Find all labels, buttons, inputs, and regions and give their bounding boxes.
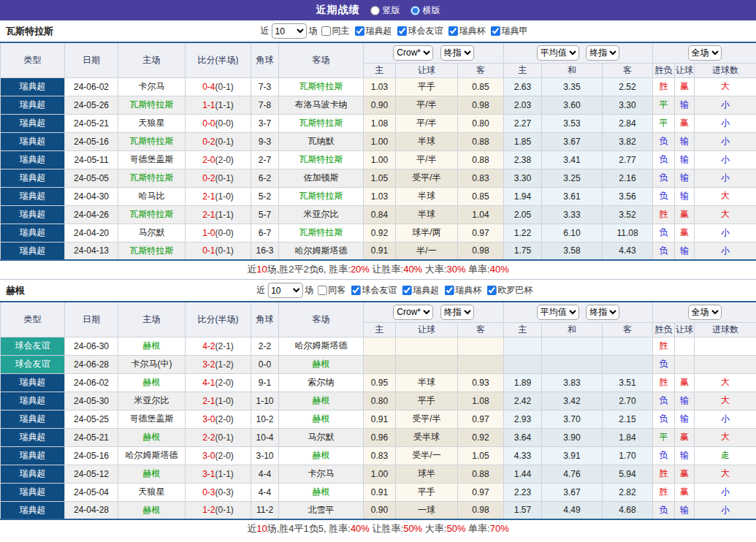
scope-select[interactable]: 全场 <box>688 45 722 61</box>
home-team-cell[interactable]: 瓦斯特拉斯 <box>118 169 186 187</box>
handicap-result-cell: 赢 <box>675 77 695 96</box>
away-team-cell[interactable]: 赫根 <box>279 355 364 373</box>
layout-option-vertical[interactable]: 竖版 <box>370 4 400 17</box>
score-cell: 0-3(0-3) <box>186 483 251 501</box>
avg-draw-cell: 3.67 <box>542 132 603 150</box>
col-header-avg-away: 客 <box>603 63 653 77</box>
match-count-select[interactable]: 10 <box>271 23 306 39</box>
league-filter-item[interactable]: 瑞典超 <box>399 284 439 297</box>
away-team-cell[interactable]: 赫根 <box>279 410 364 428</box>
handicap-result-cell: 输 <box>675 392 695 410</box>
col-header-odds-away: 客 <box>458 63 504 77</box>
home-team-cell[interactable]: 瓦斯特拉斯 <box>118 132 186 150</box>
avg-final-select[interactable]: 终指 <box>586 305 619 320</box>
league-checkbox[interactable] <box>444 286 454 295</box>
match-date-cell: 24-06-30 <box>65 337 118 355</box>
odds-handicap-cell: 半球 <box>396 205 458 224</box>
league-checkbox[interactable] <box>354 26 364 36</box>
scope-select[interactable]: 全场 <box>688 305 722 320</box>
home-team-cell[interactable]: 赫根 <box>118 373 186 392</box>
col-header-type: 类型 <box>1 302 65 337</box>
match-date-cell: 24-05-25 <box>65 410 118 428</box>
league-filter-item[interactable]: 瑞典超 <box>351 25 392 37</box>
league-checkbox[interactable] <box>490 26 500 36</box>
league-checkbox[interactable] <box>486 286 496 295</box>
summary-stat-value: 10 <box>256 264 267 275</box>
avg-company-select[interactable]: 平均值 <box>537 45 579 61</box>
result-cell: 胜 <box>653 205 675 224</box>
odds-home-cell: 1.00 <box>364 132 396 150</box>
same-venue-checkbox[interactable] <box>317 286 327 295</box>
match-date-cell: 24-05-21 <box>65 114 118 132</box>
goals-result-cell: 大 <box>695 187 756 205</box>
home-team-cell[interactable]: 赫根 <box>118 501 186 519</box>
away-team-cell[interactable]: 赫根 <box>279 446 364 465</box>
odds-handicap-cell: 平/半 <box>396 114 458 132</box>
corner-cell: 9-1 <box>251 373 279 392</box>
league-filter-item[interactable]: 瑞典杯 <box>445 25 485 37</box>
home-team-cell[interactable]: 瓦斯特拉斯 <box>118 96 186 114</box>
corner-cell: 7-3 <box>251 77 279 96</box>
home-team-cell: 哥德堡盖斯 <box>118 150 186 169</box>
match-count-select[interactable]: 10 <box>267 283 302 298</box>
odds-handicap-cell: 平手 <box>396 392 458 410</box>
summary-stat-value: 50% <box>446 523 465 534</box>
summary-line: 近10场,胜4平1负5, 胜率:40% 让胜率:50% 大率:50% 单率:70… <box>0 520 756 538</box>
match-type-cell: 瑞典超 <box>1 114 65 132</box>
avg-home-cell: 2.38 <box>504 150 542 169</box>
match-date-cell: 24-05-21 <box>65 428 118 446</box>
corner-cell: 4-4 <box>251 483 279 501</box>
avg-final-select[interactable]: 终指 <box>586 45 619 61</box>
odds-company-select[interactable]: Crow* <box>393 45 433 61</box>
away-team-cell: 索尔纳 <box>279 373 364 392</box>
away-team-cell[interactable]: 赫根 <box>279 392 364 410</box>
away-team-cell[interactable]: 瓦斯特拉斯 <box>279 224 364 242</box>
same-venue-filter[interactable]: 同客 <box>316 284 345 297</box>
vertical-layout-radio[interactable] <box>370 6 380 15</box>
home-team-cell[interactable]: 赫根 <box>118 337 186 355</box>
odds-away-cell: 0.97 <box>458 224 504 242</box>
avg-away-cell: 2.70 <box>603 392 653 410</box>
league-filter-item[interactable]: 欧罗巴杯 <box>484 284 532 297</box>
layout-option-horizontal[interactable]: 横版 <box>411 4 440 17</box>
home-team-cell[interactable]: 瓦斯特拉斯 <box>118 242 186 260</box>
away-team-cell[interactable]: 瓦斯特拉斯 <box>279 187 364 205</box>
home-team-cell[interactable]: 瓦斯特拉斯 <box>118 205 186 224</box>
horizontal-layout-radio[interactable] <box>411 6 420 15</box>
goals-result-cell: 小 <box>695 501 756 519</box>
away-team-cell[interactable]: 瓦斯特拉斯 <box>279 150 364 169</box>
summary-line: 近10场,胜2平2负6, 胜率:20% 让胜率:40% 大率:30% 单率:40… <box>0 261 756 279</box>
league-filter-item[interactable]: 球会友谊 <box>394 25 443 37</box>
odds-handicap-cell: 受半/一 <box>396 446 458 465</box>
avg-draw-cell <box>542 337 603 355</box>
avg-away-cell: 2.82 <box>603 483 653 501</box>
league-checkbox[interactable] <box>351 286 360 295</box>
match-date-cell: 24-04-26 <box>65 205 118 224</box>
league-checkbox[interactable] <box>448 26 457 36</box>
home-team-cell[interactable]: 赫根 <box>118 465 186 483</box>
home-team-cell[interactable]: 赫根 <box>118 428 186 446</box>
league-checkbox[interactable] <box>397 26 406 36</box>
col-header-odds-home: 主 <box>364 63 396 77</box>
avg-company-select[interactable]: 平均值 <box>537 305 579 320</box>
odds-company-select[interactable]: Crow* <box>393 305 433 320</box>
league-label: 瑞典超 <box>413 284 439 297</box>
same-venue-filter[interactable]: 同主 <box>319 25 349 37</box>
scope-dropdown-cell: 全场 <box>653 302 756 322</box>
league-filter-item[interactable]: 球会友谊 <box>348 284 397 297</box>
odds-handicap-cell: 平/半 <box>396 96 458 114</box>
league-filter-item[interactable]: 瑞典甲 <box>487 25 527 37</box>
away-team-cell[interactable]: 瓦斯特拉斯 <box>279 114 364 132</box>
result-cell: 平 <box>653 114 675 132</box>
league-checkbox[interactable] <box>402 286 411 295</box>
match-row: 瑞典超24-05-21赫根2-2(0-1)10-4马尔默0.96受半球0.923… <box>1 428 756 446</box>
result-cell: 负 <box>653 169 675 187</box>
away-team-cell[interactable]: 瓦斯特拉斯 <box>279 77 364 96</box>
same-venue-checkbox[interactable] <box>321 26 330 36</box>
away-team-cell[interactable]: 赫根 <box>279 483 364 501</box>
odds-final-select[interactable]: 终指 <box>440 45 474 61</box>
league-filter-item[interactable]: 瑞典杯 <box>441 284 481 297</box>
match-type-cell: 球会友谊 <box>1 355 65 373</box>
same-venue-label: 同主 <box>332 25 349 37</box>
odds-final-select[interactable]: 终指 <box>440 305 474 320</box>
